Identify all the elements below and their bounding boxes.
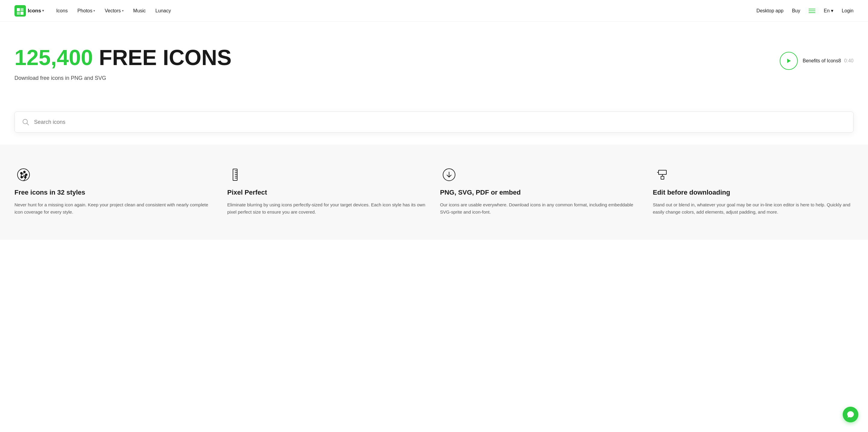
svg-rect-19	[658, 170, 666, 174]
palette-icon	[14, 166, 33, 184]
svg-line-3	[27, 124, 29, 125]
feature-edit-title: Edit before downloading	[653, 189, 854, 196]
feature-styles-desc: Never hunt for a missing icon again. Kee…	[14, 201, 215, 216]
hero-video: Benefits of Icons8 0:40	[780, 46, 854, 70]
svg-rect-21	[661, 176, 664, 179]
feature-styles: Free icons in 32 styles Never hunt for a…	[14, 166, 215, 216]
play-button[interactable]	[780, 52, 798, 70]
nav-vectors[interactable]: Vectors ▾	[104, 8, 123, 13]
ruler-icon	[227, 166, 245, 184]
svg-rect-18	[658, 170, 666, 174]
search-section	[0, 111, 868, 144]
icon-count: 125,400	[14, 45, 93, 70]
svg-point-2	[23, 119, 27, 124]
language-selector[interactable]: En ▾	[824, 8, 833, 13]
svg-point-4	[18, 169, 30, 181]
search-input[interactable]	[34, 119, 846, 125]
hero-title-rest: FREE ICONS	[93, 45, 231, 70]
header-right: Desktop app Buy En ▾ Login	[756, 8, 854, 13]
login-link[interactable]: Login	[842, 8, 854, 13]
search-icon	[22, 119, 29, 126]
logo-icon	[14, 5, 26, 16]
logo-label: Icons ▾	[28, 8, 44, 14]
logo-area[interactable]: Icons ▾	[14, 5, 44, 16]
hero-section: 125,400 FREE ICONS Download free icons i…	[0, 22, 868, 111]
feature-edit-desc: Stand out or blend in, whatever your goa…	[653, 201, 854, 216]
feature-pixel-title: Pixel Perfect	[227, 189, 428, 196]
feature-edit: Edit before downloading Stand out or ble…	[653, 166, 854, 216]
feature-formats-title: PNG, SVG, PDF or embed	[440, 189, 641, 196]
video-label: Benefits of Icons8	[803, 58, 841, 63]
svg-rect-0	[14, 5, 26, 16]
logo-chevron: ▾	[42, 9, 44, 13]
feature-formats: PNG, SVG, PDF or embed Our icons are usa…	[440, 166, 641, 216]
video-label-wrap: Benefits of Icons8 0:40	[803, 58, 854, 64]
hero-subtitle: Download free icons in PNG and SVG	[14, 75, 755, 81]
paint-roller-icon	[653, 166, 671, 184]
nav-photos[interactable]: Photos ▾	[78, 8, 95, 13]
play-icon	[786, 58, 792, 64]
feature-styles-title: Free icons in 32 styles	[14, 189, 215, 196]
video-duration: 0:40	[844, 58, 854, 63]
nav-lunacy[interactable]: Lunacy	[156, 8, 171, 13]
desktop-app-link[interactable]: Desktop app	[756, 8, 784, 13]
feature-pixel: Pixel Perfect Eliminate blurring by usin…	[227, 166, 428, 216]
svg-marker-1	[787, 59, 791, 63]
main-nav: Icons Photos ▾ Vectors ▾ Music Lunacy	[56, 8, 756, 13]
hamburger-icon[interactable]	[809, 9, 815, 13]
svg-point-6	[24, 171, 25, 173]
site-header: Icons ▾ Icons Photos ▾ Vectors ▾ Music L…	[0, 0, 868, 22]
nav-music[interactable]: Music	[133, 8, 146, 13]
nav-icons[interactable]: Icons	[56, 8, 67, 13]
svg-point-5	[21, 172, 22, 174]
search-bar	[14, 111, 854, 133]
feature-formats-desc: Our icons are usable everywhere. Downloa…	[440, 201, 641, 216]
download-icon	[440, 166, 458, 184]
hero-title: 125,400 FREE ICONS	[14, 46, 755, 70]
feature-pixel-desc: Eliminate blurring by using icons perfec…	[227, 201, 428, 216]
features-section: Free icons in 32 styles Never hunt for a…	[0, 144, 868, 240]
hero-text: 125,400 FREE ICONS Download free icons i…	[14, 46, 755, 93]
buy-link[interactable]: Buy	[792, 8, 801, 13]
